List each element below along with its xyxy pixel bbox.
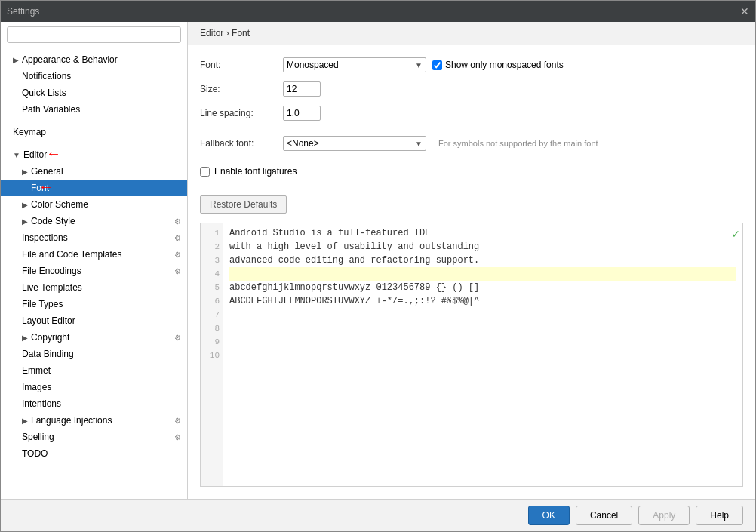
sidebar-item-images[interactable]: Images — [1, 379, 187, 395]
sidebar-item-editor[interactable]: ▼ Editor ← — [1, 146, 187, 163]
line-spacing-label: Line spacing: — [200, 108, 283, 118]
sidebar-item-label: Intentions — [22, 398, 61, 409]
fallback-font-dropdown[interactable]: <None> ▼ — [283, 136, 426, 151]
sidebar-item-general[interactable]: ▶ General — [1, 163, 187, 180]
apply-button[interactable]: Apply — [638, 506, 690, 525]
sidebar-item-label: File and Code Templates — [22, 249, 122, 260]
sidebar-item-inspections[interactable]: Inspections ⚙ — [1, 229, 187, 246]
font-label: Font: — [200, 60, 283, 70]
line-spacing-control — [283, 106, 321, 121]
line-num: 3 — [201, 254, 220, 267]
search-input[interactable] — [7, 26, 181, 43]
sidebar-item-todo[interactable]: TODO — [1, 445, 187, 462]
help-button[interactable]: Help — [696, 506, 743, 525]
monospaced-checkbox-row: Show only monospaced fonts — [432, 60, 564, 70]
font-dropdown[interactable]: Monospaced ▼ — [283, 57, 426, 72]
line-num: 8 — [201, 321, 220, 335]
expand-arrow-icon: ▼ — [13, 151, 20, 159]
sidebar-item-label: Language Injections — [31, 415, 112, 426]
sidebar-item-pathvariables[interactable]: Path Variables — [1, 101, 187, 118]
arrow-icon: ▶ — [22, 217, 28, 226]
sidebar-item-appearance[interactable]: ▶ Appearance & Behavior — [1, 51, 187, 68]
preview-line-10 — [229, 349, 736, 362]
sidebar-item-font[interactable]: Font ← — [1, 180, 187, 196]
sidebar-item-label: File Encodings — [22, 266, 81, 276]
cancel-button[interactable]: Cancel — [576, 506, 632, 525]
preview-line-2: with a high level of usability and outst… — [229, 240, 736, 254]
fallback-font-control: <None> ▼ For symbols not supported by th… — [283, 136, 598, 151]
sidebar-item-spelling[interactable]: Spelling ⚙ — [1, 429, 187, 445]
sidebar-item-livetemplates[interactable]: Live Templates — [1, 279, 187, 296]
divider — [200, 186, 743, 186]
arrow-icon: ▶ — [22, 417, 28, 425]
sidebar-item-label: Live Templates — [22, 282, 82, 293]
sidebar-item-colorscheme[interactable]: ▶ Color Scheme — [1, 196, 187, 213]
fallback-font-label: Fallback font: — [200, 138, 283, 149]
sidebar-item-label: Color Scheme — [31, 199, 88, 210]
cog-icon: ⚙ — [174, 251, 181, 259]
chevron-down-icon: ▼ — [415, 140, 423, 148]
sidebar-item-keymap[interactable]: Keymap — [1, 124, 187, 140]
sidebar-item-label: Data Binding — [22, 349, 74, 359]
sidebar-item-copyright[interactable]: ▶ Copyright ⚙ — [1, 329, 187, 346]
sidebar-item-label: File Types — [22, 299, 63, 309]
arrow-icon: ▶ — [22, 168, 28, 176]
red-arrow-editor: ← — [46, 145, 61, 162]
ok-button[interactable]: OK — [528, 506, 570, 525]
size-row: Size: — [200, 81, 743, 97]
sidebar: ▶ Appearance & Behavior Notifications Qu… — [1, 22, 188, 499]
line-num: 9 — [201, 335, 220, 349]
line-spacing-row: Line spacing: — [200, 106, 743, 121]
right-panel: Editor › Font Font: Monospaced ▼ — [188, 22, 755, 499]
sidebar-item-label: Quick Lists — [22, 88, 66, 98]
line-spacing-input[interactable] — [283, 106, 321, 121]
cog-icon: ⚙ — [174, 417, 181, 425]
sidebar-item-layouteditor[interactable]: Layout Editor — [1, 312, 187, 329]
sidebar-item-quicklists[interactable]: Quick Lists — [1, 85, 187, 101]
breadcrumb: Editor › Font — [188, 22, 755, 45]
arrow-icon: ▶ — [13, 56, 19, 64]
sidebar-item-label: Editor — [23, 149, 47, 160]
sidebar-item-codestyle[interactable]: ▶ Code Style ⚙ — [1, 213, 187, 229]
sidebar-item-databinding[interactable]: Data Binding — [1, 346, 187, 362]
sidebar-item-label: Appearance & Behavior — [22, 54, 118, 65]
close-button[interactable]: ✕ — [740, 5, 749, 17]
sidebar-item-filetypes[interactable]: File Types — [1, 296, 187, 312]
size-control — [283, 81, 321, 97]
size-label: Size: — [200, 84, 283, 94]
restore-defaults-button[interactable]: Restore Defaults — [200, 195, 287, 214]
sidebar-item-label: Emmet — [22, 365, 51, 376]
sidebar-item-label: TODO — [22, 448, 48, 459]
sidebar-item-notifications[interactable]: Notifications — [1, 68, 187, 85]
check-icon: ✓ — [732, 226, 739, 241]
sidebar-item-label: Font — [31, 183, 49, 193]
main-content: ▶ Appearance & Behavior Notifications Qu… — [1, 22, 755, 499]
ligatures-checkbox[interactable] — [200, 167, 210, 177]
restore-row: Restore Defaults — [200, 195, 743, 214]
preview-line-7 — [229, 308, 736, 321]
preview-line-6: ABCDEFGHIJELMNOPORSTUVWXYZ +-*/=.,;:!? #… — [229, 294, 736, 308]
sidebar-item-filecodetemplates[interactable]: File and Code Templates ⚙ — [1, 246, 187, 263]
sidebar-item-languageinjections[interactable]: ▶ Language Injections ⚙ — [1, 412, 187, 429]
preview-line-3: advanced code editing and refactoring su… — [229, 254, 736, 267]
sidebar-item-label: Layout Editor — [22, 315, 75, 326]
sidebar-item-label: Copyright — [31, 332, 69, 343]
line-num: 7 — [201, 308, 220, 321]
preview-line-9 — [229, 335, 736, 349]
ligatures-row: Enable font ligatures — [200, 166, 743, 177]
ligatures-label: Enable font ligatures — [214, 166, 297, 177]
line-num: 10 — [201, 349, 220, 362]
preview-line-5: abcdefghijklmnopqrstuvwxyz 0123456789 {}… — [229, 281, 736, 294]
section-keymap: Keymap — [1, 121, 187, 143]
sidebar-item-fileencodings[interactable]: File Encodings ⚙ — [1, 263, 187, 279]
size-input[interactable] — [283, 81, 321, 97]
preview-line-8 — [229, 321, 736, 335]
monospaced-checkbox[interactable] — [432, 60, 442, 70]
cog-icon: ⚙ — [174, 433, 181, 441]
sidebar-item-label: Path Variables — [22, 104, 80, 115]
sidebar-item-label: Code Style — [31, 216, 75, 226]
sidebar-item-emmet[interactable]: Emmet — [1, 362, 187, 379]
line-num: 4 — [201, 267, 220, 281]
cog-icon: ⚙ — [174, 217, 181, 226]
sidebar-item-intentions[interactable]: Intentions — [1, 395, 187, 412]
